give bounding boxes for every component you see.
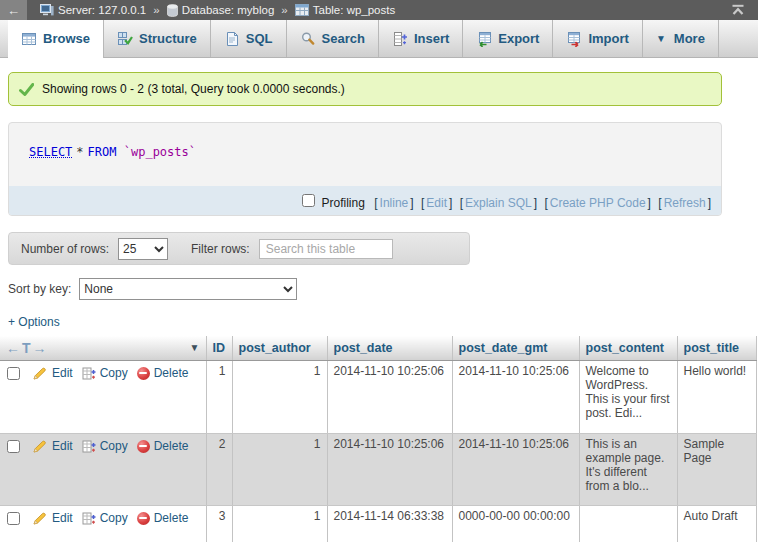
table-row: Edit Copy Delete 3 1 2014-11-14 06:33:38…	[0, 506, 756, 542]
column-header-post-date-gmt[interactable]: post_date_gmt	[452, 336, 579, 361]
breadcrumb-table-label: Table: wp_posts	[313, 4, 395, 16]
tab-browse[interactable]: Browse	[8, 20, 104, 58]
pencil-icon	[33, 367, 48, 380]
sql-query-text: SELECT*FROM `wp_posts`	[9, 123, 721, 186]
back-arrow-icon: ←	[7, 3, 20, 18]
cell-post-date-gmt: 2014-11-10 10:25:06	[452, 434, 579, 506]
pencil-icon	[33, 440, 48, 453]
breadcrumb: Server: 127.0.0.1 » Database: myblog » T…	[40, 4, 395, 17]
cell-post-content	[579, 506, 677, 542]
tab-more[interactable]: ▼ More	[643, 20, 719, 57]
filter-rows-input[interactable]	[259, 239, 393, 259]
column-header-post-author[interactable]: post_author	[232, 336, 327, 361]
breadcrumb-separator: »	[153, 4, 159, 16]
sort-control-row: Sort by key: None	[8, 278, 758, 300]
tab-label: Export	[498, 31, 539, 46]
edit-row-link[interactable]: Edit	[33, 511, 73, 525]
results-table: ←T→ ▼ ID post_author post_date post_date…	[0, 336, 757, 542]
sort-by-key-select[interactable]: None	[79, 278, 297, 300]
copy-row-link[interactable]: Copy	[82, 366, 128, 380]
copy-row-link[interactable]: Copy	[82, 511, 128, 525]
breadcrumb-server-link[interactable]: Server: 127.0.0.1	[40, 4, 146, 17]
sql-keyword-from: FROM	[88, 145, 117, 159]
tab-label: More	[674, 31, 705, 46]
sort-by-key-label: Sort by key:	[8, 282, 71, 296]
row-checkbox[interactable]	[7, 512, 20, 525]
edit-row-link[interactable]: Edit	[33, 439, 73, 453]
number-of-rows-label: Number of rows:	[21, 242, 109, 256]
delete-icon	[137, 440, 150, 453]
tab-bar: Browse Structure SQL Search Insert Expor…	[0, 20, 758, 58]
tab-search[interactable]: Search	[287, 20, 379, 57]
tab-label: Structure	[139, 31, 197, 46]
filter-rows-label: Filter rows:	[191, 242, 250, 256]
sql-keyword-select[interactable]: SELECT	[29, 145, 72, 159]
database-icon	[167, 4, 178, 17]
delete-icon	[137, 512, 150, 525]
success-message: Showing rows 0 - 2 (3 total, Query took …	[8, 72, 722, 106]
table-row: Edit Copy Delete 2 1 2014-11-10 10:25:06…	[0, 434, 756, 506]
tab-label: Insert	[414, 31, 449, 46]
check-icon	[19, 83, 34, 96]
refresh-link[interactable]: Refresh	[664, 196, 706, 210]
cell-post-author: 1	[232, 361, 327, 434]
tab-insert[interactable]: Insert	[379, 20, 463, 57]
breadcrumb-database-link[interactable]: Database: myblog	[167, 4, 275, 17]
number-of-rows-select[interactable]: 25	[118, 238, 168, 260]
options-toggle-link[interactable]: + Options	[8, 315, 60, 329]
server-icon	[40, 4, 54, 17]
create-php-code-link[interactable]: Create PHP Code	[550, 196, 646, 210]
tab-sql[interactable]: SQL	[211, 20, 287, 57]
copy-row-link[interactable]: Copy	[82, 439, 128, 453]
rows-control-bar: Number of rows: 25 Filter rows:	[8, 232, 470, 265]
column-header-id[interactable]: ID	[206, 336, 232, 361]
column-header-post-content[interactable]: post_content	[579, 336, 677, 361]
cell-post-date: 2014-11-10 10:25:06	[327, 434, 452, 506]
cell-post-content: This is an example page. It's different …	[579, 434, 677, 506]
import-icon	[566, 31, 582, 47]
breadcrumb-bar: ← Server: 127.0.0.1 » Database: myblog »…	[0, 0, 758, 20]
tab-import[interactable]: Import	[553, 20, 642, 57]
cell-post-author: 1	[232, 506, 327, 542]
cell-id: 3	[206, 506, 232, 542]
cell-post-title: Auto Draft	[677, 506, 756, 542]
structure-icon	[117, 31, 133, 47]
delete-row-link[interactable]: Delete	[137, 439, 189, 453]
cell-post-date: 2014-11-14 06:33:38	[327, 506, 452, 542]
sql-query-box: SELECT*FROM `wp_posts` Profiling [Inline…	[8, 122, 722, 216]
row-checkbox[interactable]	[7, 440, 20, 453]
cell-id: 2	[206, 434, 232, 506]
cell-id: 1	[206, 361, 232, 434]
header-row: ←T→ ▼ ID post_author post_date post_date…	[0, 336, 756, 361]
delete-row-link[interactable]: Delete	[137, 366, 189, 380]
breadcrumb-database-label: Database: myblog	[182, 4, 275, 16]
search-icon	[300, 31, 316, 47]
column-header-post-title[interactable]: post_title	[677, 336, 756, 361]
row-checkbox[interactable]	[7, 367, 20, 380]
collapse-console-button[interactable]	[731, 4, 745, 16]
tab-label: Browse	[43, 31, 90, 46]
edit-query-link[interactable]: Edit	[426, 196, 447, 210]
browse-icon	[21, 31, 37, 47]
delete-icon	[137, 367, 150, 380]
tab-label: SQL	[246, 31, 273, 46]
inline-link[interactable]: Inline	[380, 196, 409, 210]
explain-sql-link[interactable]: Explain SQL	[465, 196, 532, 210]
actions-dropdown-icon[interactable]: ▼	[190, 342, 200, 353]
delete-row-link[interactable]: Delete	[137, 511, 189, 525]
cell-post-content: Welcome to WordPress. This is your first…	[579, 361, 677, 434]
sql-icon	[224, 31, 240, 47]
tab-structure[interactable]: Structure	[104, 20, 211, 57]
cell-post-date-gmt: 0000-00-00 00:00:00	[452, 506, 579, 542]
edit-row-link[interactable]: Edit	[33, 366, 73, 380]
column-header-post-date[interactable]: post_date	[327, 336, 452, 361]
copy-icon	[82, 440, 96, 453]
table-row: Edit Copy Delete 1 1 2014-11-10 10:25:06…	[0, 361, 756, 434]
profiling-checkbox[interactable]	[302, 194, 315, 207]
sql-table-identifier: `wp_posts`	[124, 145, 196, 159]
tab-label: Import	[588, 31, 628, 46]
back-button[interactable]: ←	[0, 0, 27, 20]
tab-export[interactable]: Export	[463, 20, 553, 57]
tab-label: Search	[322, 31, 365, 46]
breadcrumb-table-link[interactable]: Table: wp_posts	[295, 4, 395, 16]
